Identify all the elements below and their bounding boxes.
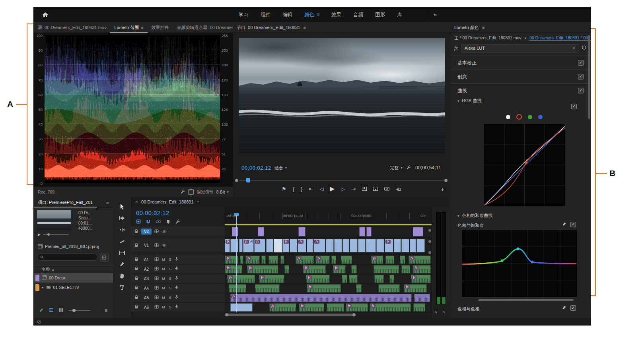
hue-vs-hue-eyedropper-icon[interactable] xyxy=(562,305,566,311)
snap-icon[interactable] xyxy=(146,219,150,225)
razor-tool[interactable] xyxy=(117,237,127,245)
timeline-clip[interactable] xyxy=(255,284,280,293)
workspace-tab-0[interactable]: 学习 xyxy=(233,7,254,22)
channel-dot-green[interactable] xyxy=(528,115,532,119)
hand-tool[interactable] xyxy=(117,272,127,280)
search-input[interactable] xyxy=(46,255,94,260)
timeline-clip[interactable] xyxy=(401,265,410,273)
project-overflow-button[interactable]: » xyxy=(102,200,113,205)
timeline-clip[interactable]: fx xyxy=(333,265,346,273)
timeline-clip[interactable] xyxy=(240,256,243,264)
timeline-clip[interactable] xyxy=(342,275,347,283)
hue-vs-hue-checkbox[interactable]: ✓ xyxy=(570,305,576,311)
multi-camera-button[interactable] xyxy=(396,187,401,191)
scope-settings-wrench-icon[interactable] xyxy=(181,189,185,195)
track-lock-icon[interactable] xyxy=(134,229,138,234)
workspace-tab-1[interactable]: 组件 xyxy=(255,7,276,22)
lumetri-master-label[interactable]: 主 * 00 Dreamers_Edit_180831.mov xyxy=(454,35,521,41)
mute-button[interactable]: M xyxy=(161,286,165,290)
sync-lock-icon[interactable] xyxy=(154,295,159,300)
rgb-curve-editor[interactable] xyxy=(484,124,565,206)
reset-effect-icon[interactable] xyxy=(582,45,587,51)
track-header-A2[interactable]: A2MS xyxy=(131,265,225,274)
go-to-out-button[interactable]: ⇥ xyxy=(351,186,356,192)
track-lock-icon[interactable] xyxy=(134,266,138,272)
workspace-tab-6[interactable]: 图形 xyxy=(370,7,391,22)
timeline-clip[interactable]: fx xyxy=(245,256,260,264)
lumetri-section-1[interactable]: 创意✓ xyxy=(450,70,591,83)
sync-lock-icon[interactable] xyxy=(154,285,159,291)
type-tool[interactable] xyxy=(117,283,127,291)
hue-vs-sat-checkbox[interactable]: ✓ xyxy=(570,222,576,227)
nest-indicator-icon[interactable] xyxy=(136,219,141,225)
timeline-clip[interactable] xyxy=(410,239,416,252)
scopes-tab-0[interactable]: 源: 00 Dreamers_Edit_180831.mov xyxy=(34,22,110,33)
timeline-clip[interactable]: fx xyxy=(303,265,326,273)
sync-lock-icon[interactable] xyxy=(154,266,159,272)
timeline-clip[interactable]: fx xyxy=(247,265,278,273)
timeline-clip[interactable] xyxy=(274,239,282,252)
zoom-slider-knob[interactable] xyxy=(72,309,76,312)
track-output-eye-icon[interactable] xyxy=(161,229,167,234)
track-name-A4[interactable]: A4 xyxy=(141,285,152,291)
timeline-clip[interactable]: fx xyxy=(283,239,289,252)
lumetri-horizontal-scrollbar[interactable] xyxy=(478,299,574,301)
timeline-clip[interactable]: fx xyxy=(225,265,242,273)
scopes-tab-3[interactable]: 音频剪辑混合器: 00 Dreamer xyxy=(173,22,233,33)
timeline-clip[interactable]: fx xyxy=(298,239,306,252)
bit-depth-dropdown[interactable]: 8 Bit▾ xyxy=(216,190,229,194)
program-panel-menu-icon[interactable]: ≡ xyxy=(304,25,306,30)
lumetri-section-checkbox-1[interactable]: ✓ xyxy=(578,74,584,79)
timeline-clip[interactable]: fx xyxy=(409,256,431,264)
timeline-clip[interactable]: fx xyxy=(227,275,255,283)
bin-twirl-icon[interactable]: ▸ xyxy=(42,285,44,289)
timeline-clip[interactable] xyxy=(266,239,273,252)
workspace-tab-5[interactable]: 音频 xyxy=(348,7,369,22)
track-header-V1[interactable]: V1 xyxy=(131,238,225,253)
timeline-clip[interactable] xyxy=(378,284,400,293)
go-to-in-button[interactable]: ⇤ xyxy=(309,186,313,192)
timeline-clip[interactable]: fx xyxy=(259,275,284,283)
track-header-A4[interactable]: A4MS xyxy=(131,284,225,293)
list-view-icon[interactable] xyxy=(49,308,54,313)
lumetri-section-2[interactable]: 曲线✓ xyxy=(450,83,591,97)
solo-button[interactable]: S xyxy=(168,258,172,262)
workspace-tab-2[interactable]: 编辑 xyxy=(277,7,298,22)
scopes-panel-menu-icon[interactable]: ≡ xyxy=(141,25,143,30)
timeline-clip[interactable]: fx xyxy=(306,275,330,283)
program-timecode[interactable]: 00;00;02;12 xyxy=(241,165,271,171)
timeline-clip[interactable] xyxy=(298,227,305,236)
timeline-clip[interactable] xyxy=(230,239,238,252)
find-button[interactable] xyxy=(100,254,109,262)
track-header-A1[interactable]: A1MS xyxy=(131,255,225,264)
track-header-A3[interactable]: A3MS xyxy=(131,274,225,283)
voiceover-mic-icon[interactable] xyxy=(175,285,178,291)
timeline-clip[interactable] xyxy=(401,239,409,252)
preview-scrubber[interactable] xyxy=(43,234,69,235)
solo-button[interactable]: S xyxy=(168,296,172,300)
add-marker-button[interactable]: ⚑ xyxy=(282,186,286,192)
timeline-ruler-zone[interactable]: :00:0000:00:15:0000:00:30:0000: xyxy=(225,207,432,227)
voiceover-mic-icon[interactable] xyxy=(175,266,178,272)
sync-lock-icon[interactable] xyxy=(154,304,159,310)
lumetri-vertical-scrollbar[interactable] xyxy=(588,35,590,119)
timeline-clip[interactable]: fx xyxy=(254,239,265,252)
label-color-chip[interactable] xyxy=(35,284,39,291)
linked-selection-icon[interactable] xyxy=(156,219,161,225)
channel-dot-master[interactable] xyxy=(506,115,510,119)
timeline-clip[interactable] xyxy=(376,239,384,252)
timeline-clip[interactable] xyxy=(342,239,349,252)
label-color-chip[interactable] xyxy=(35,275,39,281)
fit-dropdown[interactable]: 适合▾ xyxy=(274,165,287,171)
timeline-clip[interactable] xyxy=(358,239,366,252)
export-frame-button[interactable] xyxy=(384,187,389,191)
timeline-clip[interactable] xyxy=(385,256,394,264)
timeline-clip[interactable] xyxy=(268,256,278,264)
timeline-clip[interactable] xyxy=(389,275,394,283)
timeline-clip[interactable] xyxy=(261,256,266,264)
timeline-clip[interactable] xyxy=(280,256,284,264)
solo-button[interactable]: S xyxy=(168,305,172,309)
sync-lock-icon[interactable] xyxy=(154,276,159,281)
program-scrubber[interactable] xyxy=(237,178,446,183)
mute-button[interactable]: M xyxy=(161,258,165,262)
